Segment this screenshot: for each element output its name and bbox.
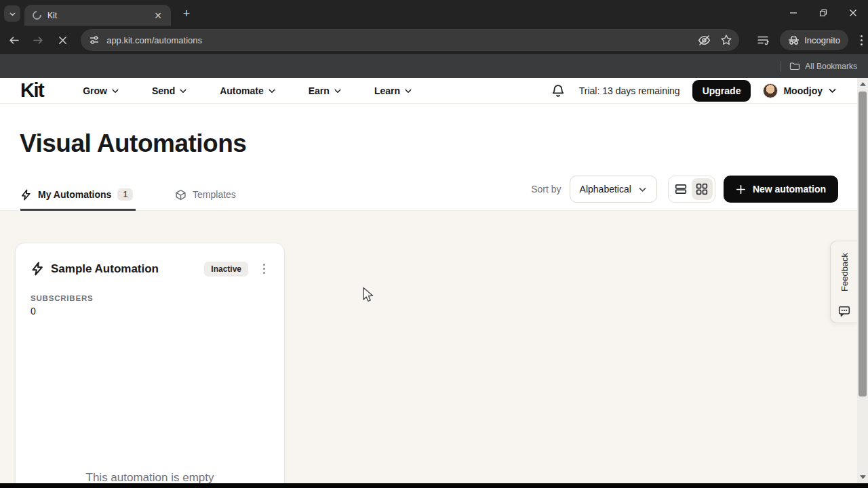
scroll-up-arrow[interactable]: [857, 79, 868, 89]
bookmarks-separator: [781, 61, 781, 72]
back-arrow-icon: [8, 35, 20, 46]
page-scrollbar[interactable]: [857, 78, 868, 483]
account-menu[interactable]: Moodjoy: [763, 83, 837, 98]
tab-close-icon[interactable]: ✕: [152, 9, 164, 22]
nav-automate-label: Automate: [220, 85, 264, 96]
list-view-button[interactable]: [671, 178, 692, 200]
account-name: Moodjoy: [783, 85, 823, 96]
upgrade-button[interactable]: Upgrade: [692, 80, 751, 102]
nav-learn-label: Learn: [374, 85, 400, 96]
chevron-down-icon: [404, 87, 412, 95]
new-automation-button[interactable]: New automation: [724, 176, 838, 203]
browser-tabstrip: Kit ✕ +: [0, 0, 868, 26]
bottom-edge-strip: [0, 483, 868, 488]
browser-menu-button[interactable]: [855, 33, 868, 48]
list-view-icon: [675, 183, 687, 195]
card-menu-button[interactable]: [260, 261, 268, 277]
subscribers-value: 0: [31, 306, 284, 317]
all-bookmarks-label: All Bookmarks: [805, 62, 857, 71]
view-toggle: [668, 176, 715, 203]
new-tab-button[interactable]: +: [179, 6, 194, 21]
forward-button[interactable]: [28, 30, 49, 50]
bell-icon: [551, 84, 565, 98]
window-restore-button[interactable]: [808, 0, 838, 26]
subscribers-block: SUBSCRIBERS 0: [16, 277, 284, 317]
sort-by-label: Sort by: [531, 184, 561, 195]
scrollbar-thumb[interactable]: [859, 92, 867, 396]
chevron-down-icon: [638, 185, 647, 194]
chevron-down-icon: [828, 86, 837, 95]
notifications-button[interactable]: [549, 82, 567, 100]
bookmark-star-icon[interactable]: [720, 34, 732, 46]
app-header: Kit Grow Send Automate Earn Learn Trial:…: [0, 78, 868, 104]
nav-automate[interactable]: Automate: [220, 85, 276, 96]
tab-templates-label: Templates: [193, 189, 236, 200]
browser-tab-kit[interactable]: Kit ✕: [24, 5, 171, 26]
nav-earn-label: Earn: [309, 85, 330, 96]
automation-card[interactable]: Sample Automation Inactive SUBSCRIBERS 0…: [15, 243, 285, 488]
tab-search-button[interactable]: [4, 5, 20, 22]
chevron-down-icon: [111, 87, 119, 95]
feedback-label: Feedback: [837, 247, 851, 297]
eye-off-icon[interactable]: [698, 34, 711, 47]
trial-status-text: Trial: 13 days remaining: [579, 85, 680, 96]
kit-logo[interactable]: Kit: [20, 79, 43, 102]
close-icon: [849, 9, 857, 17]
incognito-badge: Incognito: [780, 30, 848, 50]
tab-my-automations[interactable]: My Automations 1: [20, 188, 133, 201]
all-bookmarks-button[interactable]: All Bookmarks: [789, 61, 857, 72]
url-text: app.kit.com/automations: [106, 35, 698, 45]
tab-templates[interactable]: Templates: [175, 189, 236, 201]
sort-select-value: Alphabetical: [580, 184, 631, 195]
toolbar-right: Incognito: [749, 30, 868, 50]
nav-send-label: Send: [152, 85, 175, 96]
stop-loading-button[interactable]: [52, 30, 73, 50]
nav-earn[interactable]: Earn: [309, 85, 342, 96]
lightning-bolt-icon: [31, 262, 45, 276]
empty-automation-text: This automation is empty: [16, 471, 284, 485]
tab-my-automations-label: My Automations: [38, 189, 111, 200]
status-badge: Inactive: [204, 262, 248, 277]
subscribers-label: SUBSCRIBERS: [31, 294, 284, 302]
chevron-down-icon: [334, 87, 342, 95]
nav-learn[interactable]: Learn: [374, 85, 412, 96]
page-title: Visual Automations: [20, 129, 246, 158]
forward-arrow-icon: [33, 35, 44, 46]
reading-list-icon: [757, 34, 769, 46]
list-controls: Sort by Alphabetical New automation: [531, 176, 838, 203]
bookmarks-bar: All Bookmarks: [0, 54, 868, 78]
new-automation-label: New automation: [753, 184, 826, 195]
card-header: Sample Automation Inactive: [16, 243, 284, 277]
plus-icon: [736, 184, 746, 195]
nav-grow-label: Grow: [83, 85, 107, 96]
omnibox-actions: [698, 34, 732, 47]
window-close-button[interactable]: [838, 0, 868, 26]
grid-view-button[interactable]: [692, 178, 713, 200]
nav-send[interactable]: Send: [152, 85, 187, 96]
restore-icon: [819, 9, 827, 17]
stop-x-icon: [58, 35, 68, 45]
window-minimize-button[interactable]: [778, 0, 808, 26]
chevron-down-icon: [268, 87, 276, 95]
scroll-down-arrow[interactable]: [857, 472, 868, 482]
minimize-icon: [789, 9, 797, 17]
nav-grow[interactable]: Grow: [83, 85, 119, 96]
window-controls: [778, 0, 868, 26]
page-tabs: My Automations 1 Templates: [20, 188, 278, 201]
browser-toolbar: app.kit.com/automations Incognito: [0, 26, 868, 54]
package-cube-icon: [175, 189, 186, 201]
automation-count-badge: 1: [117, 188, 133, 201]
sort-select[interactable]: Alphabetical: [570, 176, 657, 203]
side-panel-button[interactable]: [753, 30, 773, 50]
back-button[interactable]: [4, 30, 24, 50]
site-settings-icon: [89, 35, 100, 45]
chevron-down-icon: [9, 10, 16, 18]
chevron-down-icon: [179, 87, 187, 95]
feedback-tab[interactable]: Feedback: [830, 241, 857, 323]
folder-icon: [789, 61, 800, 72]
address-bar[interactable]: app.kit.com/automations: [81, 29, 739, 51]
content-area: Sample Automation Inactive SUBSCRIBERS 0…: [0, 211, 868, 483]
avatar: [763, 83, 778, 98]
automation-title[interactable]: Sample Automation: [51, 262, 204, 276]
lightning-bolt-icon: [20, 189, 32, 201]
